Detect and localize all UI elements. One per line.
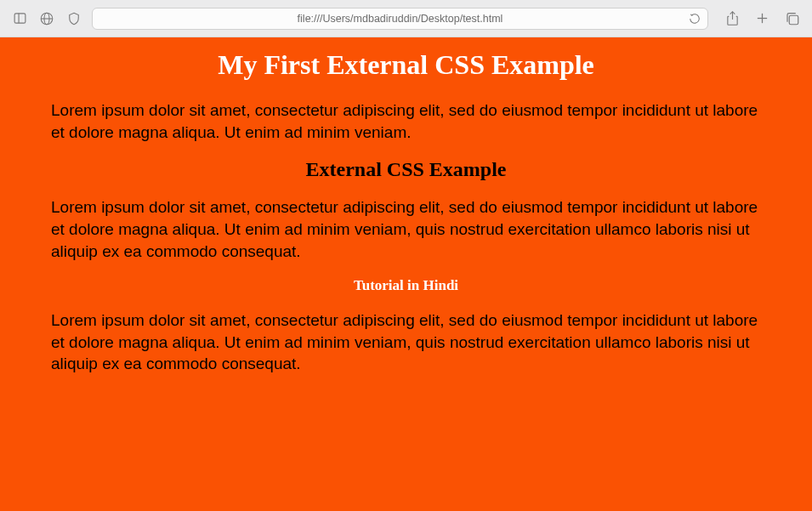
share-icon[interactable] xyxy=(725,10,740,26)
svg-rect-0 xyxy=(14,14,26,23)
page-paragraph-1: Lorem ipsum dolor sit amet, consectetur … xyxy=(51,99,761,143)
browser-toolbar: file:///Users/mdbadiruddin/Desktop/test.… xyxy=(0,0,812,37)
privacy-shield-icon[interactable] xyxy=(66,11,82,26)
address-text: file:///Users/mdbadiruddin/Desktop/test.… xyxy=(99,13,701,25)
toolbar-right-group xyxy=(718,10,800,26)
page-heading-3: Tutorial in Hindi xyxy=(51,277,761,294)
toolbar-left-group xyxy=(12,11,82,26)
page-viewport: My First External CSS Example Lorem ipsu… xyxy=(0,37,812,511)
page-paragraph-3: Lorem ipsum dolor sit amet, consectetur … xyxy=(51,309,761,375)
reload-icon[interactable] xyxy=(689,13,701,25)
svg-rect-7 xyxy=(789,15,798,25)
page-heading-1: My First External CSS Example xyxy=(51,49,761,81)
tab-overview-icon[interactable] xyxy=(785,11,800,26)
page-heading-2: External CSS Example xyxy=(51,158,761,181)
sidebar-toggle-icon[interactable] xyxy=(12,11,27,26)
new-tab-icon[interactable] xyxy=(755,11,769,26)
site-settings-icon[interactable] xyxy=(39,11,54,26)
address-bar[interactable]: file:///Users/mdbadiruddin/Desktop/test.… xyxy=(92,8,708,30)
page-paragraph-2: Lorem ipsum dolor sit amet, consectetur … xyxy=(51,196,761,262)
